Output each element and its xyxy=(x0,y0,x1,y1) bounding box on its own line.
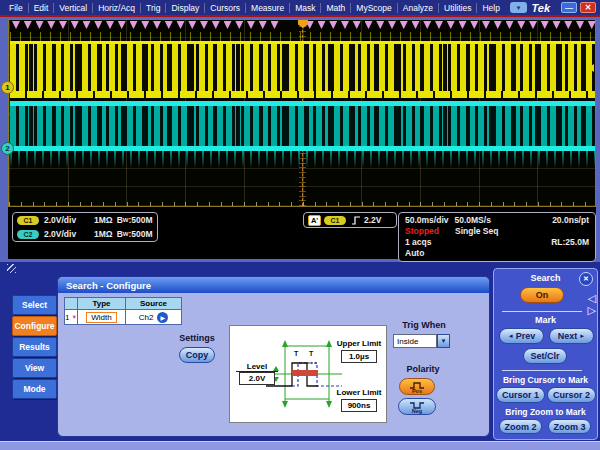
ch2-ground-marker[interactable]: 2 xyxy=(1,142,14,155)
bring-cursor-label: Bring Cursor to Mark xyxy=(494,375,597,385)
oscilloscope-screen: File Edit Vertical Horiz/Acq Trig Displa… xyxy=(0,0,600,450)
neg-label: Neg xyxy=(412,409,422,413)
trig-when-label: Trig When xyxy=(394,320,454,330)
ch1-waveform-band xyxy=(10,44,595,91)
search-mark-icon xyxy=(235,21,243,29)
ch2-readout: C2 2.0V/div 1MΩ BW:500M xyxy=(13,227,157,241)
cursor2-button[interactable]: Cursor 2 xyxy=(547,387,596,403)
search-mark-icon xyxy=(165,21,173,29)
search-table: Type Source 1 ▼ Width Ch2 ▶ xyxy=(64,297,182,325)
search-mark-icon xyxy=(224,21,232,29)
search-mark-icon xyxy=(553,21,561,29)
search-mark-icon xyxy=(318,21,326,29)
search-mark-icon xyxy=(36,21,44,29)
panel-divider-2 xyxy=(502,370,582,371)
search-mark-icon xyxy=(341,21,349,29)
cursor1-button[interactable]: Cursor 1 xyxy=(496,387,545,403)
lower-limit-input[interactable]: 900ns xyxy=(341,399,377,412)
level-input[interactable]: 2.0V xyxy=(239,372,275,385)
polarity-pos-button[interactable]: Pos xyxy=(399,378,435,395)
next-mark-button[interactable]: Next ► xyxy=(549,328,594,344)
tab-select[interactable]: Select xyxy=(12,295,57,315)
zoom2-button[interactable]: Zoom 2 xyxy=(499,419,542,434)
source-select-button[interactable]: ▶ xyxy=(157,312,168,323)
row-source-cell[interactable]: Ch2 ▶ xyxy=(126,310,182,325)
menu-horiz-acq[interactable]: Horiz/Acq xyxy=(93,3,141,13)
prev-mark-button[interactable]: ◄ Prev xyxy=(499,328,544,344)
search-mark-icon xyxy=(435,21,443,29)
menu-file[interactable]: File xyxy=(4,3,29,13)
trigger-source-badge: C1 xyxy=(324,216,346,225)
dialog-title-bar: Search - Configure xyxy=(58,277,489,293)
t-marker-1: T xyxy=(294,350,298,357)
search-mark-icon xyxy=(259,21,267,29)
level-label: Level xyxy=(236,362,278,372)
row-type-cell[interactable]: Width xyxy=(78,310,126,325)
menu-measure[interactable]: Measure xyxy=(246,3,290,13)
table-row: 1 ▼ Width Ch2 ▶ xyxy=(64,310,182,325)
tab-configure[interactable]: Configure xyxy=(12,316,57,336)
tab-mode[interactable]: Mode xyxy=(12,379,57,399)
copy-button[interactable]: Copy xyxy=(179,347,215,363)
menu-bar: File Edit Vertical Horiz/Acq Trig Displa… xyxy=(0,0,600,15)
upper-limit-input[interactable]: 1.0µs xyxy=(341,350,377,363)
ch1-ground-marker[interactable]: 1 xyxy=(1,81,14,94)
window-resize-grip[interactable] xyxy=(7,264,16,273)
search-on-button[interactable]: On xyxy=(520,287,564,303)
panel-close-icon: ✕ xyxy=(583,275,589,283)
row-index-cell[interactable]: 1 ▼ xyxy=(64,310,78,325)
search-mark-icon xyxy=(494,21,502,29)
timebase-value: 50.0ms/div xyxy=(405,215,448,225)
tab-results[interactable]: Results xyxy=(12,337,57,357)
menu-vertical[interactable]: Vertical xyxy=(54,3,93,13)
search-control-panel: Search ✕ On ◁ ▷ Mark ◄ Prev Next ► Set/C… xyxy=(493,268,598,440)
acq-mode: Single Seq xyxy=(455,226,498,236)
ch2-scale: 2.0V/div xyxy=(44,229,94,239)
search-mark-icon xyxy=(365,21,373,29)
trig-when-dropdown[interactable]: Inside ▼ xyxy=(393,334,450,348)
panel-close-button[interactable]: ✕ xyxy=(579,272,593,286)
chevron-down-icon: ▼ xyxy=(441,338,447,344)
minimize-button[interactable]: — xyxy=(561,2,577,13)
trigger-level-marker[interactable] xyxy=(588,64,594,72)
search-mark-icon xyxy=(376,21,384,29)
menu-utilities[interactable]: Utilities xyxy=(439,3,477,13)
zoom3-button[interactable]: Zoom 3 xyxy=(548,419,591,434)
resolution-value: 20.0ns/pt xyxy=(552,215,589,225)
menu-math[interactable]: Math xyxy=(321,3,351,13)
search-mark-icon xyxy=(564,21,572,29)
search-mark-icon xyxy=(83,21,91,29)
col-source-header: Source xyxy=(126,297,182,310)
menu-analyze[interactable]: Analyze xyxy=(398,3,439,13)
polarity-neg-button[interactable]: Neg xyxy=(398,398,436,415)
search-mark-icon xyxy=(353,21,361,29)
search-mark-icon xyxy=(118,21,126,29)
menu-display[interactable]: Display xyxy=(166,3,205,13)
search-mark-icon xyxy=(459,21,467,29)
settings-label: Settings xyxy=(176,333,218,343)
menu-trig[interactable]: Trig xyxy=(141,3,166,13)
source-value: Ch2 xyxy=(139,313,154,322)
menu-myscope[interactable]: MyScope xyxy=(351,3,397,13)
search-mark-icon xyxy=(388,21,396,29)
menu-cursors[interactable]: Cursors xyxy=(205,3,246,13)
search-mark-icon xyxy=(470,21,478,29)
menu-help[interactable]: Help xyxy=(477,3,504,13)
set-clear-button[interactable]: Set/Clr xyxy=(523,348,567,364)
tab-view[interactable]: View xyxy=(12,358,57,378)
trigger-mode: Auto xyxy=(405,248,424,258)
graticule xyxy=(8,19,596,207)
menu-more-button[interactable]: ▼ xyxy=(510,2,527,13)
ch1-waveform-base xyxy=(10,91,595,98)
next-label: Next xyxy=(558,331,578,341)
search-mark-icon xyxy=(247,21,255,29)
close-button[interactable]: ✕ xyxy=(580,2,596,13)
channel-readout-box: C1 2.0V/div 1MΩ BW:500M C2 2.0V/div 1MΩ … xyxy=(12,212,158,242)
panel-arrow-left-icon[interactable]: ◁ xyxy=(588,293,596,304)
menu-mask[interactable]: Mask xyxy=(290,3,321,13)
mark-label: Mark xyxy=(494,315,597,325)
menu-edit[interactable]: Edit xyxy=(29,3,55,13)
search-mark-icon xyxy=(71,21,79,29)
dropdown-button[interactable]: ▼ xyxy=(437,334,450,348)
acq-status: Stopped xyxy=(405,226,439,236)
